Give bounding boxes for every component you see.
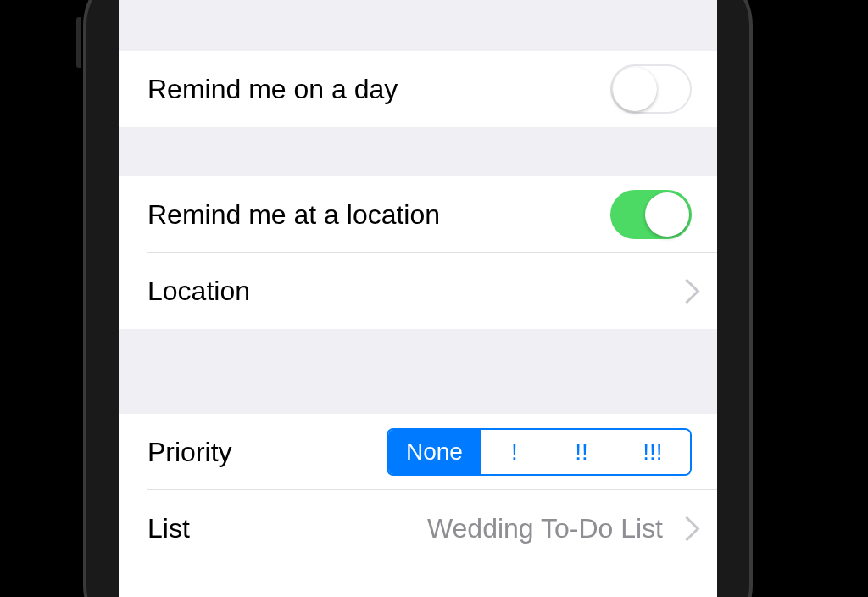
priority-option-high[interactable]: !!! bbox=[615, 430, 690, 474]
notes-row[interactable]: Notes bbox=[119, 566, 717, 597]
toggle-knob-icon bbox=[645, 192, 689, 237]
remind-location-toggle[interactable] bbox=[610, 190, 692, 239]
priority-option-medium[interactable]: !! bbox=[548, 430, 615, 474]
section-gap bbox=[119, 329, 717, 414]
toggle-knob-icon bbox=[613, 67, 657, 111]
priority-label: Priority bbox=[147, 437, 232, 468]
list-row[interactable]: List Wedding To-Do List bbox=[119, 490, 717, 566]
location-label: Location bbox=[147, 276, 250, 307]
settings-screen: Remind me on a day Remind me at a locati… bbox=[119, 0, 717, 597]
list-value: Wedding To-Do List bbox=[427, 513, 663, 544]
chevron-right-icon bbox=[678, 279, 692, 303]
chevron-right-icon bbox=[678, 516, 692, 540]
priority-option-low[interactable]: ! bbox=[481, 430, 548, 474]
priority-row: Priority None ! !! !!! bbox=[119, 414, 717, 490]
remind-location-label: Remind me at a location bbox=[147, 199, 440, 231]
remind-day-label: Remind me on a day bbox=[147, 74, 398, 105]
section-gap bbox=[119, 127, 717, 176]
priority-segmented-control: None ! !! !!! bbox=[387, 428, 692, 476]
phone-side-button bbox=[76, 17, 83, 68]
location-row[interactable]: Location bbox=[119, 253, 717, 329]
remind-location-row: Remind me at a location bbox=[119, 176, 717, 253]
section-gap bbox=[119, 0, 717, 51]
priority-option-none[interactable]: None bbox=[388, 430, 481, 474]
remind-day-row: Remind me on a day bbox=[119, 51, 717, 127]
list-label: List bbox=[147, 513, 190, 544]
remind-day-toggle[interactable] bbox=[610, 64, 692, 114]
